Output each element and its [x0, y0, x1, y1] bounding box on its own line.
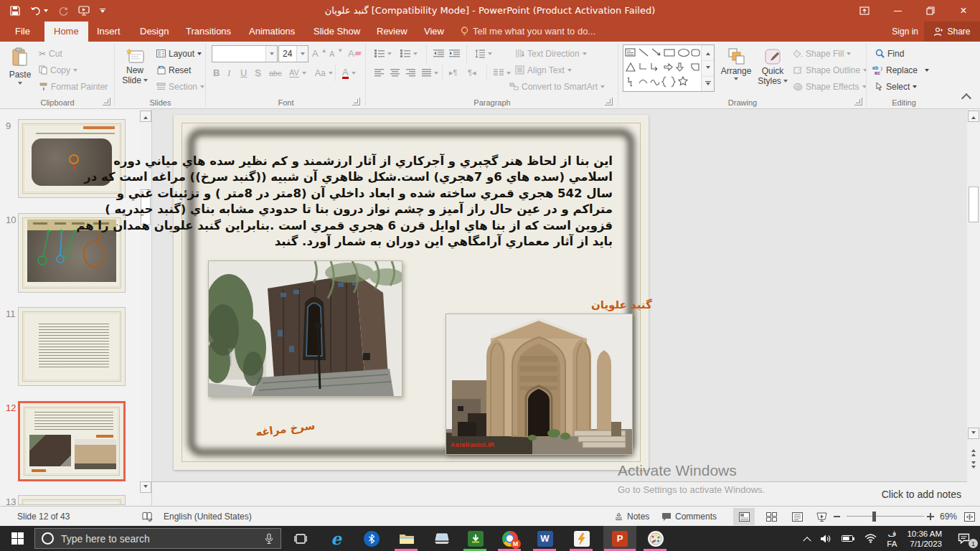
fit-slide-to-window-button[interactable] — [964, 507, 975, 527]
start-from-beginning-icon[interactable] — [78, 6, 90, 16]
tell-me-box[interactable]: Tell me what you want to do... — [461, 22, 595, 42]
align-center-button[interactable] — [390, 65, 400, 80]
align-left-button[interactable] — [374, 65, 384, 80]
redo-button[interactable] — [58, 6, 68, 16]
zoom-slider-track[interactable] — [847, 516, 924, 517]
tab-design[interactable]: Design — [131, 22, 178, 42]
zoom-slider-thumb[interactable] — [872, 512, 876, 522]
shrink-font-button[interactable]: A▼ — [329, 46, 343, 61]
character-spacing-button[interactable]: AV — [289, 65, 306, 80]
section-button[interactable]: Section — [156, 79, 204, 94]
share-button[interactable]: Share — [924, 22, 980, 42]
start-button[interactable] — [0, 526, 34, 551]
paste-button[interactable]: Paste — [4, 43, 36, 102]
tab-file[interactable]: File — [6, 22, 39, 42]
restore-button[interactable] — [914, 0, 947, 22]
taskbar-clock[interactable]: 10:36 AM 7/1/2023 — [902, 526, 947, 551]
arrange-button[interactable]: Arrange — [719, 43, 753, 102]
shapes-scroll-down[interactable] — [702, 60, 714, 76]
shapes-scroll-up[interactable] — [702, 45, 714, 60]
battery-icon[interactable] — [837, 526, 859, 551]
save-icon[interactable] — [10, 6, 20, 16]
slide-sorter-view-button[interactable] — [760, 508, 782, 525]
undo-dropdown[interactable] — [44, 9, 48, 12]
layout-button[interactable]: Layout — [156, 46, 202, 61]
task-view-button[interactable] — [284, 526, 316, 551]
ribbon-display-options-icon[interactable] — [848, 0, 881, 22]
drawing-dialog-launcher[interactable] — [854, 98, 862, 105]
shadow-button[interactable]: S — [255, 65, 261, 80]
font-dialog-launcher[interactable] — [352, 98, 360, 105]
notes-placeholder[interactable]: Click to add notes — [882, 489, 961, 500]
caption-gonbad-alavian[interactable]: گنبد علویان — [591, 298, 652, 311]
slide-canvas[interactable]: این بنا از لحاظ هنر گچبري و آجرکاري از آ… — [174, 115, 649, 470]
undo-button[interactable] — [30, 6, 48, 16]
strikethrough-button[interactable]: abc — [269, 65, 282, 80]
thumbnail-slide-13[interactable] — [18, 495, 126, 505]
align-right-button[interactable] — [406, 65, 415, 80]
change-case-button[interactable]: Aa — [315, 65, 333, 80]
collapse-ribbon-button[interactable] — [961, 93, 971, 100]
rtl-direction-button[interactable]: ¶◂ — [468, 65, 476, 80]
notes-toggle[interactable]: Notes — [614, 507, 649, 527]
numbering-button[interactable] — [400, 46, 418, 61]
paint-icon[interactable] — [639, 526, 672, 551]
shapes-scroll[interactable] — [701, 45, 714, 91]
slide-indicator[interactable]: Slide 12 of 43 — [17, 507, 70, 527]
volume-icon[interactable] — [815, 526, 837, 551]
main-scrollbar[interactable] — [967, 109, 980, 506]
thumbnail-slide-9[interactable] — [18, 119, 126, 198]
shape-outline-button[interactable]: Shape Outline — [793, 62, 867, 77]
cut-button[interactable]: ✂ Cut — [39, 46, 62, 61]
thumbnail-slide-11[interactable] — [18, 307, 126, 386]
sign-in-link[interactable]: Sign in — [892, 22, 918, 42]
copy-button[interactable]: Copy — [39, 62, 77, 77]
font-size-combo[interactable]: 24 — [278, 45, 308, 62]
main-scroll-up[interactable] — [968, 110, 979, 122]
thumb-scroll-down[interactable] — [140, 481, 151, 493]
photo-gonbad-alavian[interactable]: Asrelranini.IR — [446, 314, 633, 455]
main-scroll-thumb[interactable] — [969, 187, 979, 222]
bullets-button[interactable] — [374, 46, 392, 61]
new-slide-button[interactable]: New Slide — [118, 43, 151, 102]
bold-button[interactable]: B — [213, 65, 220, 80]
align-text-button[interactable]: Align Text — [515, 62, 572, 77]
font-name-caret[interactable] — [265, 46, 277, 62]
shapes-more-button[interactable] — [702, 76, 714, 91]
grow-font-button[interactable]: A▲ — [312, 46, 327, 61]
select-button[interactable]: Select — [875, 79, 917, 94]
language-indicator[interactable]: English (United States) — [164, 507, 252, 527]
thumbnail-slide-12-selected[interactable] — [18, 401, 126, 481]
tab-review[interactable]: Review — [367, 22, 417, 42]
tab-animations[interactable]: Animations — [240, 22, 304, 42]
increase-indent-button[interactable] — [449, 46, 460, 61]
quick-styles-button[interactable]: Quick Styles — [756, 43, 789, 102]
format-painter-button[interactable]: Format Painter — [39, 79, 108, 94]
thumb-scroll-up[interactable] — [140, 110, 151, 122]
tab-slideshow[interactable]: Slide Show — [304, 22, 369, 42]
comments-toggle[interactable]: Comments — [661, 507, 717, 527]
slideshow-view-button[interactable] — [811, 508, 832, 525]
wifi-icon[interactable] — [859, 526, 882, 551]
ltr-direction-button[interactable]: ▸¶ — [449, 65, 457, 80]
zoom-in-button[interactable] — [927, 507, 934, 527]
shape-effects-button[interactable]: Shape Effects — [793, 79, 867, 94]
shapes-gallery[interactable] — [623, 44, 715, 92]
font-size-caret[interactable] — [296, 46, 308, 62]
file-explorer-icon[interactable] — [390, 526, 423, 551]
zoom-percentage[interactable]: 69% — [940, 507, 957, 527]
customize-qat-button[interactable] — [100, 9, 105, 13]
taskbar-search-box[interactable]: Type here to search — [34, 528, 281, 549]
smartart-button[interactable]: Convert to SmartArt — [509, 79, 605, 94]
shape-fill-button[interactable]: Shape Fill — [793, 46, 851, 61]
slide-body-text[interactable]: این بنا از لحاظ هنر گچبري و آجرکاري از آ… — [208, 154, 613, 250]
decrease-indent-button[interactable] — [433, 46, 444, 61]
powerpoint-icon-active[interactable]: P — [603, 526, 636, 551]
idm-icon[interactable] — [459, 526, 491, 551]
language-switcher[interactable]: ف FA — [882, 526, 902, 551]
spell-check-icon[interactable] — [142, 507, 153, 527]
justify-button[interactable] — [422, 65, 438, 80]
reset-button[interactable]: Reset — [156, 62, 191, 77]
chrome-icon[interactable]: M — [494, 526, 526, 551]
edge-icon[interactable]: e — [320, 526, 352, 551]
